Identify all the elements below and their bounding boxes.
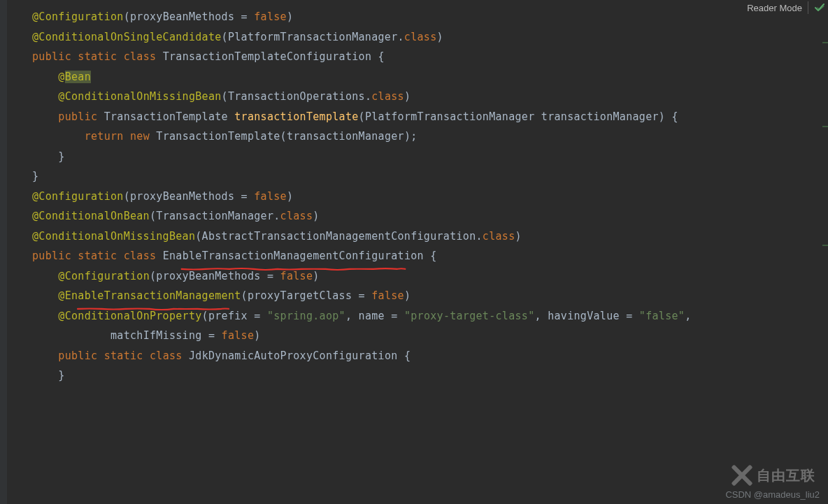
code-line: @ConditionalOnSingleCandidate(PlatformTr… <box>7 27 828 48</box>
code-line: @ConditionalOnMissingBean(TransactionOpe… <box>7 87 828 107</box>
code-line: @ConditionalOnMissingBean(AbstractTransa… <box>7 226 828 247</box>
code-line: matchIfMissing = false) <box>7 326 828 346</box>
inspections-check-icon[interactable] <box>814 2 825 13</box>
code-line: public static class JdkDynamicAutoProxyC… <box>7 346 828 366</box>
code-line: public TransactionTemplate transactionTe… <box>7 107 828 127</box>
code-line: public static class EnableTransactionMan… <box>7 246 828 266</box>
code-line: public static class TransactionTemplateC… <box>7 47 828 67</box>
code-line: @ConditionalOnProperty(prefix = "spring.… <box>7 306 828 326</box>
code-line: @Configuration(proxyBeanMethods = false) <box>7 7 828 27</box>
code-line: @Bean <box>7 67 828 87</box>
code-line: @ConditionalOnBean(TransactionManager.cl… <box>7 206 828 226</box>
watermark-x-icon <box>730 463 754 487</box>
code-line: } <box>7 366 828 386</box>
reader-mode-button[interactable]: Reader Mode <box>747 3 802 13</box>
code-line: @Configuration(proxyBeanMethods = false) <box>7 266 828 287</box>
editor-toolbar: Reader Mode <box>747 1 825 14</box>
watermark-logo-text: 自由互联 <box>757 466 815 485</box>
code-line: @EnableTransactionManagement(proxyTarget… <box>7 286 828 306</box>
change-marker <box>822 245 828 246</box>
change-marker <box>822 126 828 127</box>
code-editor[interactable]: Reader Mode @Configuration(proxyBeanMeth… <box>0 0 828 504</box>
change-marker <box>822 42 828 43</box>
change-markers <box>822 0 828 504</box>
watermark-csdn: CSDN @amadeus_liu2 <box>725 489 820 500</box>
code-line: } <box>7 166 828 187</box>
code-area[interactable]: @Configuration(proxyBeanMethods = false)… <box>7 7 828 504</box>
watermark-logo: 自由互联 <box>730 463 815 487</box>
code-line: return new TransactionTemplate(transacti… <box>7 127 828 147</box>
code-line: } <box>7 147 828 167</box>
toolbar-divider <box>808 1 808 14</box>
line-gutter <box>0 0 7 504</box>
code-line: @Configuration(proxyBeanMethods = false) <box>7 187 828 207</box>
